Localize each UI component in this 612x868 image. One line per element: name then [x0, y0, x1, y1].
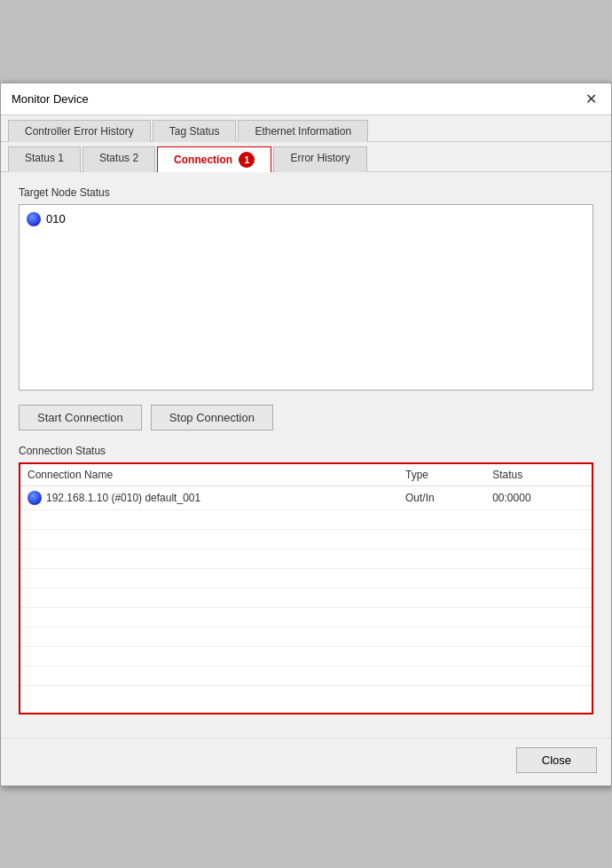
connection-table: Connection Name Type Status 192.168.1.10… — [20, 464, 592, 686]
col-type: Type — [398, 464, 485, 486]
table-row-empty — [20, 607, 592, 627]
footer: Close — [1, 738, 611, 785]
tab-error-history[interactable]: Error History — [273, 146, 366, 172]
table-row-empty — [20, 627, 592, 646]
start-connection-button[interactable]: Start Connection — [19, 405, 142, 430]
tab-ethernet-information[interactable]: Ethernet Information — [238, 120, 368, 142]
tab-status1[interactable]: Status 1 — [8, 146, 81, 172]
table-row-empty — [20, 568, 592, 588]
row-type: Out/In — [398, 485, 485, 509]
connection-status-box: Connection Name Type Status 192.168.1.10… — [19, 462, 593, 714]
col-status: Status — [485, 464, 592, 486]
connection-buttons: Start Connection Stop Connection — [19, 405, 593, 430]
stop-connection-button[interactable]: Stop Connection — [151, 405, 273, 430]
table-row-empty — [20, 548, 592, 568]
tab-status2[interactable]: Status 2 — [82, 146, 155, 172]
title-bar: Monitor Device ✕ — [1, 83, 611, 115]
connection-badge: 1 — [239, 152, 255, 168]
tab-connection[interactable]: Connection 1 — [157, 146, 271, 172]
tab-controller-error-history[interactable]: Controller Error History — [8, 120, 151, 142]
table-header-row: Connection Name Type Status — [20, 464, 592, 486]
table-row-empty — [20, 588, 592, 607]
table-row-empty — [20, 509, 592, 529]
row-status: 00:0000 — [485, 485, 592, 509]
main-content: Target Node Status 010 Start Connection … — [1, 172, 611, 729]
lower-tab-row: Status 1 Status 2 Connection 1 Error His… — [1, 142, 611, 172]
node-item: 010 — [27, 212, 585, 226]
window-title: Monitor Device — [12, 92, 89, 106]
table-row[interactable]: 192.168.1.10 (#010) default_001 Out/In 0… — [20, 485, 592, 509]
tab-tag-status[interactable]: Tag Status — [153, 120, 237, 142]
table-row-empty — [20, 529, 592, 548]
connection-status-label: Connection Status — [19, 445, 593, 457]
node-status-icon — [27, 212, 41, 226]
name-cell: 192.168.1.10 (#010) default_001 — [27, 491, 391, 505]
table-row-empty — [20, 646, 592, 666]
target-node-status-label: Target Node Status — [19, 186, 593, 199]
close-button[interactable]: Close — [516, 747, 597, 773]
monitor-device-window: Monitor Device ✕ Controller Error Histor… — [0, 83, 612, 786]
node-label: 010 — [46, 212, 66, 225]
window-close-button[interactable]: ✕ — [582, 91, 600, 107]
col-connection-name: Connection Name — [20, 464, 398, 486]
table-row-empty — [20, 666, 592, 685]
upper-tab-row: Controller Error History Tag Status Ethe… — [1, 115, 611, 142]
row-connection-name: 192.168.1.10 (#010) default_001 — [20, 485, 398, 509]
connection-status-icon — [27, 491, 42, 505]
connection-table-wrap: Connection Name Type Status 192.168.1.10… — [20, 464, 592, 713]
target-node-status-box: 010 — [19, 204, 593, 391]
